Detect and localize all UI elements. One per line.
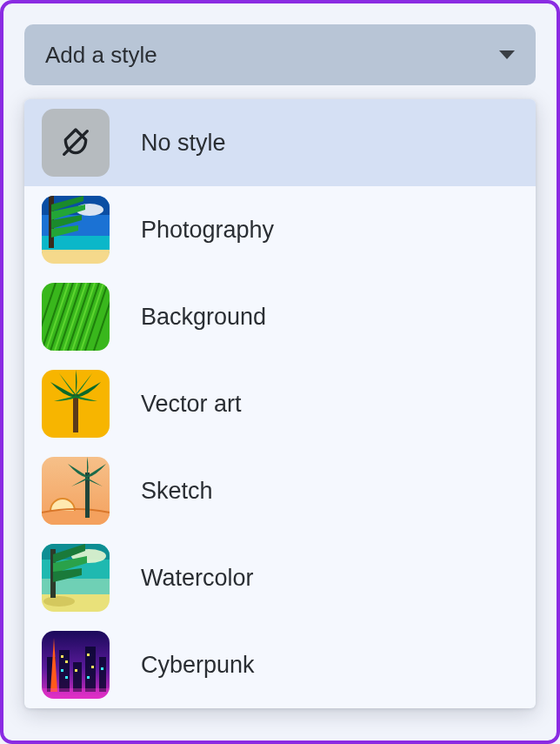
svg-rect-42 — [65, 660, 68, 663]
svg-rect-50 — [42, 688, 110, 699]
svg-rect-38 — [85, 647, 96, 692]
svg-rect-43 — [87, 654, 90, 656]
watercolor-thumbnail — [42, 544, 110, 612]
style-option-label: Watercolor — [141, 565, 254, 592]
svg-rect-48 — [87, 676, 90, 679]
caret-down-icon — [499, 50, 515, 59]
photography-thumbnail — [42, 196, 110, 264]
style-dropdown-trigger[interactable]: Add a style — [24, 24, 536, 85]
no-style-icon — [42, 109, 110, 177]
svg-rect-41 — [61, 655, 63, 658]
style-option-photography[interactable]: Photography — [24, 186, 536, 273]
style-option-label: Photography — [141, 217, 274, 244]
style-option-watercolor[interactable]: Watercolor — [24, 534, 536, 621]
svg-rect-45 — [75, 669, 77, 672]
svg-rect-44 — [91, 666, 94, 668]
svg-rect-36 — [59, 650, 70, 692]
style-dropdown-panel: No style Photography — [24, 99, 536, 708]
svg-rect-39 — [99, 657, 106, 692]
svg-rect-47 — [65, 676, 68, 679]
svg-line-0 — [64, 131, 88, 155]
svg-rect-46 — [61, 669, 63, 672]
style-option-cyberpunk[interactable]: Cyberpunk — [24, 621, 536, 708]
style-option-no-style[interactable]: No style — [24, 99, 536, 186]
svg-point-32 — [43, 596, 75, 607]
style-option-label: Cyberpunk — [141, 652, 255, 679]
style-option-label: Sketch — [141, 478, 213, 505]
style-option-sketch[interactable]: Sketch — [24, 447, 536, 534]
style-option-label: Vector art — [141, 391, 242, 418]
svg-rect-37 — [73, 662, 82, 692]
style-option-background[interactable]: Background — [24, 273, 536, 360]
cyberpunk-thumbnail — [42, 631, 110, 699]
style-dropdown-placeholder: Add a style — [45, 42, 157, 69]
background-thumbnail — [42, 283, 110, 351]
style-option-label: Background — [141, 304, 266, 331]
svg-rect-25 — [42, 511, 110, 525]
sketch-thumbnail — [42, 457, 110, 525]
svg-rect-49 — [101, 667, 103, 670]
svg-rect-22 — [73, 394, 78, 432]
vector-art-thumbnail — [42, 370, 110, 438]
style-option-vector-art[interactable]: Vector art — [24, 360, 536, 447]
style-option-label: No style — [141, 130, 226, 157]
svg-rect-5 — [42, 250, 110, 264]
